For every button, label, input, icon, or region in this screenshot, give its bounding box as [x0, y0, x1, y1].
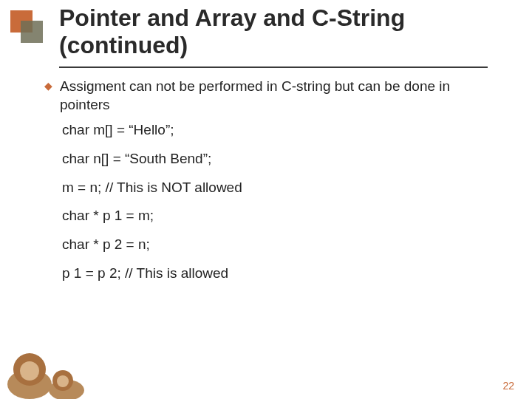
page-number: 22 — [502, 380, 514, 392]
code-line-1: char m[] = “Hello”; — [62, 121, 502, 140]
code-line-3: m = n; // This is NOT allowed — [62, 179, 502, 197]
title-line-1: Pointer and Array and C-String — [59, 4, 405, 31]
decor-square-olive — [21, 21, 43, 43]
svg-point-5 — [57, 375, 69, 387]
svg-point-2 — [20, 361, 39, 381]
code-line-4: char * p 1 = m; — [62, 207, 502, 225]
bullet-item: ◆ Assigment can not be performed in C-st… — [44, 78, 502, 114]
lion-image — [0, 332, 111, 399]
slide-title: Pointer and Array and C-String (continue… — [59, 4, 510, 59]
corner-decoration — [10, 10, 40, 40]
bullet-text: Assigment can not be performed in C-stri… — [60, 78, 502, 114]
title-line-2: (continued) — [59, 32, 188, 58]
slide-content: ◆ Assigment can not be performed in C-st… — [44, 78, 502, 293]
code-line-5: char * p 2 = n; — [62, 236, 502, 254]
code-line-6: p 1 = p 2; // This is allowed — [62, 265, 502, 283]
title-underline — [59, 66, 488, 68]
bullet-diamond-icon: ◆ — [44, 78, 52, 94]
code-line-2: char n[] = “South Bend”; — [62, 150, 502, 168]
